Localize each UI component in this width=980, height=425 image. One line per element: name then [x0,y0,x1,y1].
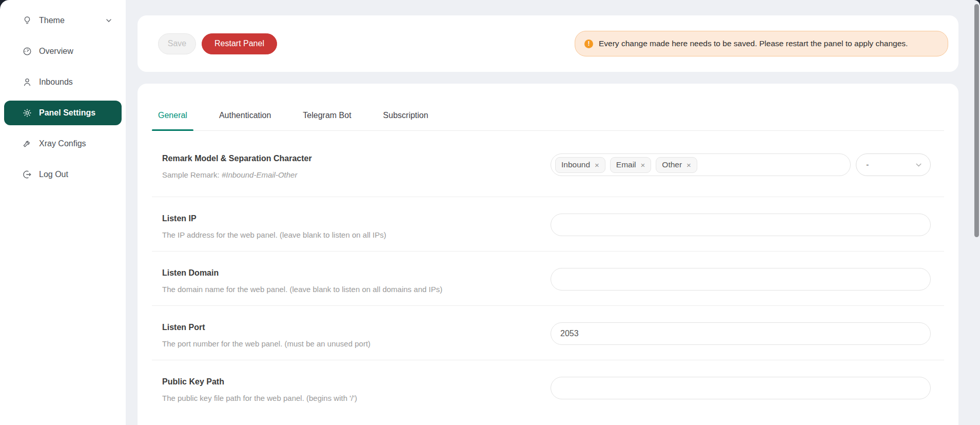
sidebar-item-label: Log Out [39,170,68,179]
public-key-path-input[interactable] [551,377,931,399]
separator-character-select[interactable]: - [856,153,931,176]
sidebar-item-theme[interactable]: Theme [4,8,122,33]
chevron-down-icon [105,17,112,24]
sample-remark-value: #Inbound-Email-Other [222,170,298,179]
sidebar-item-label: Xray Configs [39,139,86,148]
warning-icon: ! [584,40,593,48]
settings-tabbar: General Authentication Telegram Bot Subs… [152,84,944,131]
vertical-scrollbar[interactable] [974,4,979,237]
tag-email: Email × [610,157,652,173]
gear-icon [22,108,32,118]
listen-domain-input[interactable] [551,268,931,291]
remark-model-multiselect[interactable]: Inbound × Email × Other × [551,153,851,176]
sidebar-item-overview[interactable]: Overview [4,39,122,64]
sidebar-item-log-out[interactable]: Log Out [4,162,122,187]
field-description: The port number for the web panel. (must… [162,339,370,349]
field-label: Remark Model & Separation Character [162,153,312,164]
field-label: Public Key Path [162,377,357,387]
close-icon[interactable]: × [687,161,691,169]
tag-inbound: Inbound × [555,157,605,173]
sidebar: Theme Overview Inbounds [0,0,126,425]
tag-label: Email [616,160,636,169]
sample-remark-prefix: Sample Remark: [162,170,222,179]
toolbar-card: Save Restart Panel ! Every change made h… [138,15,958,72]
restart-panel-button[interactable]: Restart Panel [202,33,277,54]
field-label: Listen IP [162,214,386,224]
tab-subscription[interactable]: Subscription [377,107,435,130]
chevron-down-icon [915,161,923,169]
logout-icon [22,169,32,180]
form-row-remark-model: Remark Model & Separation Character Samp… [152,131,944,197]
tab-telegram-bot[interactable]: Telegram Bot [297,107,357,130]
sidebar-item-label: Inbounds [39,78,73,87]
field-description: Sample Remark: #Inbound-Email-Other [162,170,312,180]
gauge-icon [22,46,32,56]
sidebar-item-label: Theme [39,16,65,25]
field-label: Listen Domain [162,268,442,278]
form-row-listen-port: Listen Port The port number for the web … [152,306,944,360]
alert-message: Every change made here needs to be saved… [599,39,908,48]
tag-label: Other [662,160,682,169]
tab-authentication[interactable]: Authentication [213,107,277,130]
restart-warning-alert: ! Every change made here needs to be sav… [575,31,948,56]
sidebar-item-label: Overview [39,47,73,56]
sidebar-item-inbounds[interactable]: Inbounds [4,70,122,94]
separator-value: - [866,160,869,169]
field-description: The public key file path for the web pan… [162,393,357,403]
sidebar-item-xray-configs[interactable]: Xray Configs [4,131,122,156]
tag-label: Inbound [561,160,590,169]
close-icon[interactable]: × [595,161,599,169]
field-description: The IP address for the web panel. (leave… [162,230,386,240]
form-row-public-key-path: Public Key Path The public key file path… [152,360,944,414]
listen-ip-input[interactable] [551,214,931,236]
bulb-icon [22,15,32,26]
wrench-icon [22,139,32,149]
settings-card: General Authentication Telegram Bot Subs… [138,84,958,425]
tab-general[interactable]: General [152,107,193,130]
user-icon [22,77,32,87]
form-row-listen-ip: Listen IP The IP address for the web pan… [152,197,944,252]
field-description: The domain name for the web panel. (leav… [162,284,442,294]
save-button[interactable]: Save [158,33,196,54]
listen-port-input[interactable] [551,322,931,345]
sidebar-item-label: Panel Settings [39,108,95,118]
form-row-listen-domain: Listen Domain The domain name for the we… [152,252,944,306]
field-label: Listen Port [162,322,370,333]
close-icon[interactable]: × [641,161,645,169]
tag-other: Other × [656,157,697,173]
sidebar-item-panel-settings[interactable]: Panel Settings [4,101,122,125]
